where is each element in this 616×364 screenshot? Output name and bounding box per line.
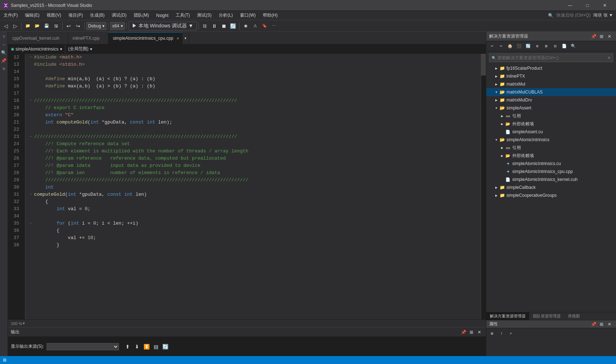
tree-item-simpleassert-ext[interactable]: ▶ 📂 外部依赖项 <box>486 120 616 128</box>
activity-item-4[interactable]: 📌 <box>0 57 8 64</box>
collapse-12[interactable]: − <box>30 54 34 61</box>
tree-item-simpleatomic-cpu[interactable]: ▶ ✦ simpleAtomicIntrinsics_cpu.cpp <box>486 168 616 176</box>
tree-item-simpleassert[interactable]: ▼ 📂 simpleAssert <box>486 104 616 112</box>
tree-item-simplecooperative[interactable]: ▶ 📁 simpleCooperativeGroups <box>486 191 616 199</box>
output-dock-btn[interactable]: ⊞ <box>468 329 475 336</box>
se-btn-10[interactable]: 🔍 <box>569 42 578 51</box>
pause-btn[interactable]: ⏸ <box>210 22 219 30</box>
output-btn-3[interactable]: ⏬ <box>142 342 151 351</box>
prop-close-btn[interactable]: ✕ <box>606 321 613 328</box>
tab-overflow-btn[interactable]: ▾ <box>183 32 189 44</box>
prop-pin-btn[interactable]: 📌 <box>590 321 597 328</box>
expand-fp16-icon[interactable]: ▶ <box>493 65 499 71</box>
expand-matrixmuldrv-icon[interactable]: ▶ <box>493 97 499 103</box>
nav-back-btn[interactable]: ◁ <box>1 22 10 30</box>
menu-tools[interactable]: 工具(T) <box>172 11 193 20</box>
menu-view[interactable]: 视图(V) <box>43 11 65 20</box>
activity-item-5[interactable]: ⚙ <box>0 65 8 72</box>
dbg-btn3[interactable]: 🔖 <box>260 22 269 30</box>
prop-grid-btn[interactable]: ⊞ <box>488 329 496 338</box>
se-dock-btn[interactable]: ⊞ <box>598 33 605 40</box>
menu-build[interactable]: 生成(B) <box>86 11 108 20</box>
breakpoint-btn[interactable]: ◉ <box>241 22 250 30</box>
tree-item-simplecallback[interactable]: ▶ 📁 simpleCallback <box>486 183 616 191</box>
stop-btn[interactable]: ⏹ <box>219 22 228 30</box>
config-dropdown[interactable]: Debug ▾ <box>86 22 106 30</box>
se-btn-2[interactable]: ↪ <box>497 42 505 51</box>
expand-simpleassert-ref-icon[interactable]: ▶ <box>499 113 505 119</box>
open-btn[interactable]: 📂 <box>33 22 42 30</box>
scope-selector[interactable]: ▣ simpleAtomicIntrinsics ▾ <box>8 44 65 54</box>
undo-btn[interactable]: ↩ <box>64 22 73 30</box>
se-search-clear-icon[interactable]: ✕ <box>607 56 611 60</box>
zoom-dropdown-icon[interactable]: ▾ <box>23 321 25 326</box>
expand-inlineptx-icon[interactable]: ▶ <box>493 73 499 79</box>
tab-team-explorer[interactable]: 团队资源管理器 <box>529 312 564 320</box>
tree-item-fp16[interactable]: ▶ 📁 fp16ScalarProduct <box>486 64 616 72</box>
collapse-18[interactable]: − <box>30 97 34 104</box>
expand-simpleassert-ext-icon[interactable]: ▶ <box>499 121 505 127</box>
prop-dock-btn[interactable]: ⊞ <box>598 321 605 328</box>
maximize-button[interactable]: □ <box>579 0 596 11</box>
tree-item-inlineptx[interactable]: ▶ 📁 inlinePTX <box>486 72 616 80</box>
restart-btn[interactable]: 🔄 <box>229 22 238 30</box>
minimize-button[interactable]: — <box>562 0 578 11</box>
member-selector[interactable]: (全局范围) ▾ <box>65 44 486 54</box>
menu-edit[interactable]: 编辑(E) <box>21 11 43 20</box>
output-btn-1[interactable]: ⬆ <box>123 342 132 351</box>
tree-item-simpleatomic-kernel[interactable]: ▶ 📄 simpleAtomicIntrinsics_kernel.cuh <box>486 176 616 183</box>
se-btn-4[interactable]: ⬛ <box>515 42 523 51</box>
menu-nsight[interactable]: Nsight <box>153 12 172 20</box>
tab-class-view[interactable]: 类视图 <box>564 312 583 320</box>
menu-team[interactable]: 团队(M) <box>130 11 153 20</box>
tab-solution-explorer[interactable]: 解决方案资源管理器 <box>486 312 529 320</box>
prop-sort-btn[interactable]: ↕ <box>497 329 506 338</box>
collapse-23[interactable]: − <box>30 133 34 140</box>
activity-item-3[interactable]: 🔍 <box>0 49 8 56</box>
menu-test[interactable]: 测试(S) <box>193 11 215 20</box>
se-btn-6[interactable]: ⚙ <box>533 42 542 51</box>
new-project-btn[interactable]: 📁 <box>23 22 32 30</box>
expand-matrixmulcublas-icon[interactable]: ▼ <box>493 89 499 95</box>
platform-dropdown[interactable]: x64 ▾ <box>110 22 124 30</box>
expand-matrixmul-icon[interactable]: ▶ <box>493 81 499 87</box>
se-btn-1[interactable]: ↩ <box>488 42 496 51</box>
output-btn-4[interactable]: ▤ <box>151 342 160 351</box>
tree-item-simpleassert-ref[interactable]: ▶ ■■ 引用 <box>486 112 616 120</box>
run-btn[interactable]: ▶ 本地 Windows 调试器 ▼ <box>129 22 197 30</box>
se-close-btn[interactable]: ✕ <box>606 33 613 40</box>
tree-item-simpleatomic[interactable]: ▼ 📂 simpleAtomicIntrinsics <box>486 136 616 144</box>
activity-item-2[interactable]: ⋯ <box>0 41 8 48</box>
tree-item-simpleatomic-ext[interactable]: ▶ 📂 外部依赖项 <box>486 152 616 160</box>
collapse-35[interactable]: − <box>30 220 34 227</box>
menu-analyze[interactable]: 分析(L) <box>215 11 236 20</box>
close-button[interactable]: ✕ <box>596 0 613 11</box>
save-all-btn[interactable]: 🖫 <box>52 22 60 30</box>
se-btn-9[interactable]: 📄 <box>560 42 569 51</box>
tree-item-simpleatomic-cu[interactable]: ▶ ✦ simpleAtomicIntrinsics.cu <box>486 160 616 168</box>
dbg-btn4[interactable]: ⋯ <box>270 22 278 30</box>
expand-simpleatomic-icon[interactable]: ▼ <box>493 137 499 143</box>
tab-cppoverload[interactable]: cppOverload_kernel.cuh <box>8 32 68 44</box>
expand-simplecallback-icon[interactable]: ▶ <box>493 185 499 190</box>
output-pin-btn[interactable]: 📌 <box>460 329 467 336</box>
expand-simpleassert-icon[interactable]: ▼ <box>493 105 499 111</box>
expand-simpleatomic-ext-icon[interactable]: ▶ <box>499 153 505 159</box>
tree-item-simpleatomic-ref[interactable]: ▶ ■■ 引用 <box>486 144 616 152</box>
expand-simpleatomic-ref-icon[interactable]: ▶ <box>499 145 505 151</box>
tree-item-matrixmul[interactable]: ▶ 📁 matrixMul <box>486 80 616 88</box>
output-btn-5[interactable]: 🔄 <box>161 342 170 351</box>
output-source-select[interactable]: 生成 调试 <box>47 343 119 350</box>
output-close-btn[interactable]: ✕ <box>476 329 483 336</box>
tree-item-matrixmulcublas[interactable]: ▼ 📂 matrixMulCUBLAS <box>486 88 616 96</box>
prop-special-btn[interactable]: ⚡ <box>506 329 515 338</box>
menu-window[interactable]: 窗口(W) <box>236 11 259 20</box>
collapse-31[interactable]: − <box>30 191 34 198</box>
menu-debug[interactable]: 调试(D) <box>108 11 130 20</box>
nav-forward-btn[interactable]: ▷ <box>11 22 20 30</box>
se-btn-5[interactable]: 🔄 <box>524 42 532 51</box>
tab-inlineptx[interactable]: inlinePTX.cpp <box>68 32 108 44</box>
code-content[interactable]: − #include <math.h> #include <stdio.h> <box>25 54 481 319</box>
output-btn-2[interactable]: ⬇ <box>133 342 141 351</box>
se-pin-btn[interactable]: 📌 <box>590 33 597 40</box>
